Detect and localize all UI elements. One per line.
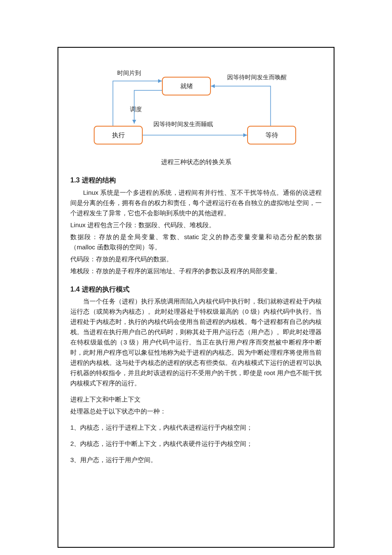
- box-running: 执行: [94, 126, 143, 145]
- s14-p6: 3、用户态，运行于用户空间。: [70, 455, 322, 465]
- s13-p2: Linux 进程包含三个段：数据段、代码段、堆栈段。: [70, 220, 322, 230]
- s14-p3: 处理器总处于以下状态中的一种：: [70, 406, 322, 416]
- label-schedule: 调度: [130, 104, 142, 114]
- box-waiting: 等待: [247, 126, 296, 145]
- heading-1-3: 1.3 进程的结构: [70, 175, 322, 186]
- box-running-label: 执行: [112, 130, 125, 140]
- s14-p2: 进程上下文和中断上下文: [70, 394, 322, 405]
- page: 就绪 执行 等待 时间片到 调度 因等待时间发生而唤醒 因等待时间发生而睡眠: [0, 0, 392, 555]
- s13-p1: Linux 系统是一个多进程的系统，进程间有并行性、互不干扰等特点。通俗的说进程…: [70, 188, 322, 218]
- content-area: 就绪 执行 等待 时间片到 调度 因等待时间发生而唤醒 因等待时间发生而睡眠: [70, 60, 322, 467]
- box-ready-label: 就绪: [180, 81, 193, 91]
- box-waiting-label: 等待: [265, 130, 278, 140]
- s14-p4: 1、内核态，运行于进程上下文，内核代表进程运行于内核空间；: [70, 422, 322, 433]
- diagram-caption: 进程三种状态的转换关系: [70, 157, 322, 167]
- box-ready: 就绪: [162, 77, 211, 95]
- heading-1-4: 1.4 进程的执行模式: [70, 284, 322, 295]
- state-diagram: 就绪 执行 等待 时间片到 调度 因等待时间发生而唤醒 因等待时间发生而睡眠: [70, 60, 322, 153]
- label-timeslice: 时间片到: [117, 68, 141, 78]
- s14-p5: 2、内核态，运行于中断上下文，内核代表硬件运行于内核空间；: [70, 439, 322, 449]
- label-sleep: 因等待时间发生而睡眠: [153, 119, 213, 129]
- s13-p5: 堆栈段：存放的是子程序的返回地址、子程序的参数以及程序的局部变量。: [70, 266, 322, 276]
- label-wakeup: 因等待时间发生而唤醒: [227, 72, 287, 82]
- s13-p4: 代码段：存放的是程序代码的数据。: [70, 254, 322, 264]
- s14-p1: 当一个任务（进程）执行系统调用而陷入内核代码中执行时，我们就称进程处于内核运行态…: [70, 296, 322, 388]
- s13-p3: 数据段：存放的是全局变量、常数、static 定义的静态变量变量和动态分配的数据…: [70, 232, 322, 252]
